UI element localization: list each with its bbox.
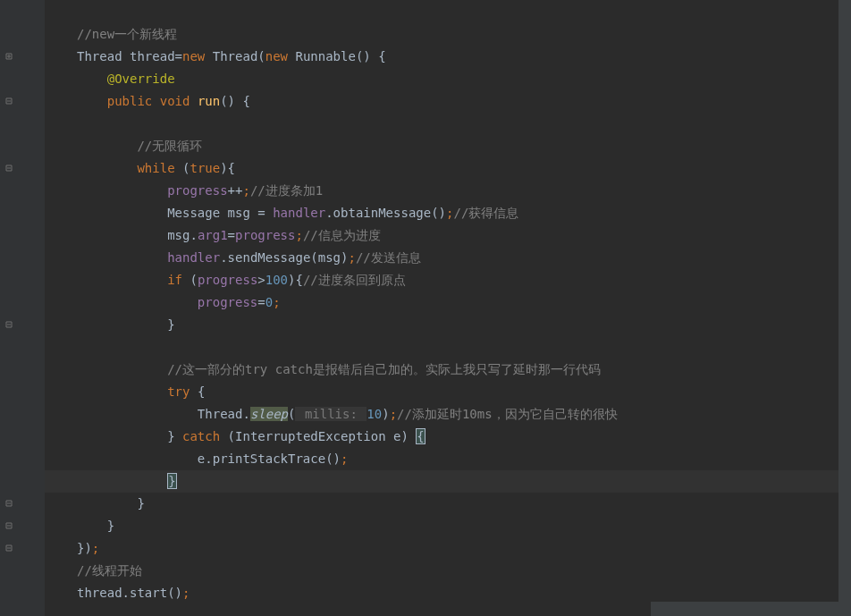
code-text: ;: [242, 183, 249, 198]
field-handler: handler: [167, 250, 220, 265]
code-text: =: [228, 228, 235, 242]
current-line-highlight: [45, 470, 851, 493]
field-progress: progress: [198, 273, 257, 287]
status-bar-fragment: [651, 602, 838, 616]
code-text: Thread(: [205, 49, 265, 63]
code-text: {: [190, 384, 205, 399]
fold-icon[interactable]: [4, 319, 14, 330]
code-text: Message msg =: [167, 206, 273, 220]
number-literal: 10: [367, 407, 382, 421]
fold-icon[interactable]: [4, 520, 14, 531]
code-text: .sendMessage(msg): [220, 250, 348, 265]
keyword-public: public: [107, 94, 153, 108]
keyword-new: new: [265, 49, 288, 63]
code-text: msg.: [167, 228, 198, 242]
code-text: thread.start(): [77, 586, 182, 600]
code-content[interactable]: //new一个新线程 Thread thread=new Thread(new …: [45, 0, 851, 616]
code-text: ;: [295, 228, 302, 242]
keyword-catch: catch: [182, 429, 220, 443]
code-comment: //进度条加1: [250, 183, 323, 198]
field-progress: progress: [167, 183, 227, 198]
code-text: }: [167, 429, 182, 443]
field-progress: progress: [198, 295, 257, 309]
field-handler: handler: [273, 206, 325, 220]
annotation-override: @Override: [107, 72, 175, 86]
code-comment: //线程开始: [77, 563, 142, 578]
matched-brace: }: [167, 473, 176, 489]
code-text: ;: [273, 295, 280, 309]
field-arg1: arg1: [198, 228, 228, 242]
number-literal: 0: [265, 295, 273, 309]
keyword-if: if: [167, 273, 182, 287]
code-text: ){: [220, 161, 235, 175]
code-text: e.printStackTrace(): [198, 451, 341, 466]
code-text: ;: [182, 586, 190, 600]
code-text: Thread.: [198, 407, 250, 421]
fold-icon[interactable]: [4, 498, 14, 509]
fold-icon[interactable]: [4, 163, 14, 173]
editor-gutter: [0, 0, 45, 616]
vertical-scrollbar[interactable]: [838, 0, 851, 616]
code-text: ){: [288, 273, 303, 287]
code-comment: //发送信息: [356, 250, 421, 265]
fold-icon[interactable]: [4, 51, 14, 62]
code-comment: //信息为进度: [303, 228, 381, 242]
parameter-hint: millis:: [295, 407, 367, 421]
code-text: (: [182, 273, 198, 287]
code-brace: }: [137, 496, 144, 511]
code-text: ;: [92, 541, 99, 555]
number-literal: 100: [265, 273, 288, 287]
keyword-new: new: [182, 49, 205, 63]
code-text: ++: [228, 183, 243, 198]
keyword-try: try: [167, 384, 190, 399]
code-comment: //这一部分的try catch是报错后自己加的。实际上我只写了延时那一行代码: [167, 362, 601, 376]
fold-icon[interactable]: [4, 96, 14, 106]
code-text: Thread thread=: [77, 49, 182, 63]
method-sleep: sleep: [250, 407, 288, 421]
keyword-void: void: [152, 94, 190, 108]
code-comment: //添加延时10ms，因为它自己转的很快: [397, 407, 618, 421]
field-progress: progress: [235, 228, 295, 242]
fold-icon[interactable]: [4, 543, 14, 553]
keyword-true: true: [190, 161, 220, 175]
code-text: >: [257, 273, 265, 287]
code-text: }): [77, 541, 92, 555]
method-run: run: [190, 94, 220, 108]
code-comment: //new一个新线程: [77, 27, 177, 41]
code-text: Runnable() {: [288, 49, 386, 63]
code-text: (InterruptedException e): [220, 429, 416, 443]
code-text: (: [175, 161, 190, 175]
code-text: =: [257, 295, 265, 309]
keyword-while: while: [137, 161, 174, 175]
code-brace: }: [167, 317, 174, 332]
code-text: .obtainMessage(): [325, 206, 446, 220]
code-text: ;: [390, 407, 397, 421]
code-text: () {: [220, 94, 250, 108]
code-text: ;: [348, 250, 355, 265]
code-brace: }: [107, 519, 114, 533]
code-editor[interactable]: //new一个新线程 Thread thread=new Thread(new …: [0, 0, 851, 616]
code-comment: //获得信息: [453, 206, 518, 220]
code-text: ): [382, 407, 389, 421]
matched-brace: {: [416, 428, 425, 444]
code-comment: //无限循环: [137, 139, 202, 153]
code-text: ;: [341, 451, 348, 466]
code-comment: //进度条回到原点: [303, 273, 406, 287]
